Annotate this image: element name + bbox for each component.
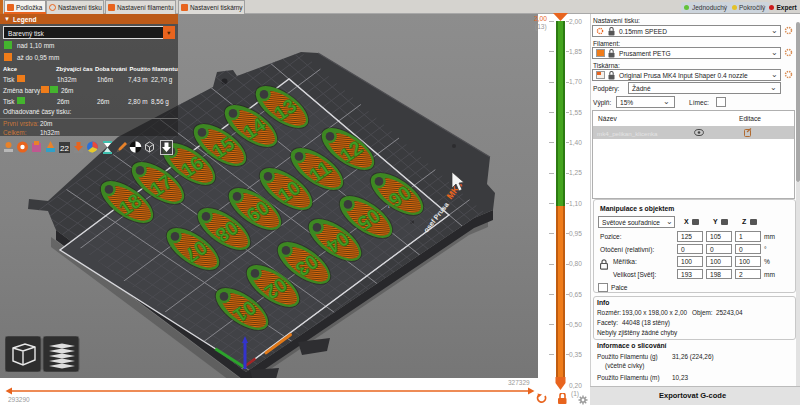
svg-text:22: 22	[60, 144, 69, 153]
svg-text:327329: 327329	[508, 379, 530, 386]
svg-text:293290: 293290	[8, 396, 30, 403]
